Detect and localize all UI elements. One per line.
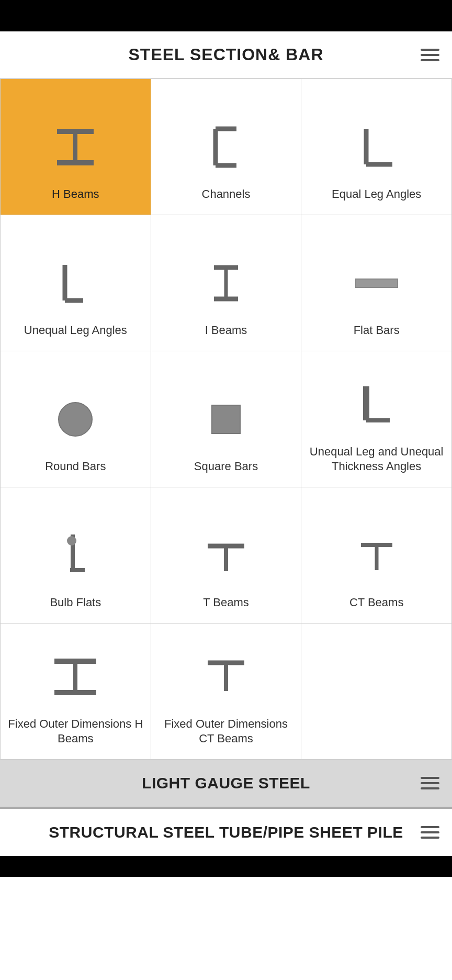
i-beams-label: I Beams xyxy=(205,323,247,338)
fixed-h-beam-icon xyxy=(6,645,145,708)
flat-bars-label: Flat Bars xyxy=(354,323,400,338)
structural-steel-title: STRUCTURAL STEEL TUBE/PIPE SHEET PILE xyxy=(49,823,403,841)
grid-item-square-bars[interactable]: Square Bars xyxy=(151,351,302,487)
round-bar-icon xyxy=(6,388,145,451)
channel-icon xyxy=(156,116,296,179)
light-gauge-steel-section[interactable]: LIGHT GAUGE STEEL xyxy=(0,760,452,808)
grid-item-unequal-thickness[interactable]: Unequal Leg and Unequal Thickness Angles xyxy=(301,351,452,487)
h-beam-icon xyxy=(6,116,145,179)
grid-item-i-beams[interactable]: I Beams xyxy=(151,215,302,351)
grid-item-flat-bars[interactable]: Flat Bars xyxy=(301,215,452,351)
light-gauge-menu-icon[interactable] xyxy=(421,777,439,789)
fixed-h-beams-label: Fixed Outer Dimensions H Beams xyxy=(6,717,145,747)
grid-item-empty xyxy=(301,623,452,760)
svg-rect-13 xyxy=(356,279,398,287)
square-bars-label: Square Bars xyxy=(194,459,258,474)
grid-item-fixed-h-beams[interactable]: Fixed Outer Dimensions H Beams xyxy=(1,623,151,760)
grid-item-t-beams[interactable]: T Beams xyxy=(151,487,302,623)
grid-item-ct-beams[interactable]: CT Beams xyxy=(301,487,452,623)
structural-steel-section[interactable]: STRUCTURAL STEEL TUBE/PIPE SHEET PILE xyxy=(0,808,452,856)
svg-point-14 xyxy=(59,403,92,436)
ct-beams-label: CT Beams xyxy=(349,595,404,610)
header-menu-button[interactable] xyxy=(421,49,439,61)
grid-item-bulb-flats[interactable]: Bulb Flats xyxy=(1,487,151,623)
t-beams-label: T Beams xyxy=(203,595,249,610)
equal-leg-angles-label: Equal Leg Angles xyxy=(332,187,421,202)
square-bar-icon xyxy=(156,388,296,451)
grid-item-round-bars[interactable]: Round Bars xyxy=(1,351,151,487)
grid-item-channels[interactable]: Channels xyxy=(151,79,302,215)
grid-item-equal-leg-angles[interactable]: Equal Leg Angles xyxy=(301,79,452,215)
light-gauge-steel-title: LIGHT GAUGE STEEL xyxy=(142,774,310,792)
categories-grid: H Beams Channels Equal Leg Angles xyxy=(0,79,452,760)
grid-item-fixed-ct-beams[interactable]: Fixed Outer Dimensions CT Beams xyxy=(151,623,302,760)
unequal-thickness-label: Unequal Leg and Unequal Thickness Angles xyxy=(307,444,446,474)
unequal-leg-angles-label: Unequal Leg Angles xyxy=(24,323,127,338)
t-beam-icon xyxy=(156,524,296,587)
bulb-flats-label: Bulb Flats xyxy=(50,595,101,610)
svg-point-20 xyxy=(67,536,76,545)
fixed-ct-beam-icon xyxy=(156,645,296,708)
bulb-flat-icon xyxy=(6,524,145,587)
grid-item-h-beams[interactable]: H Beams xyxy=(1,79,151,215)
channels-label: Channels xyxy=(202,187,251,202)
i-beam-icon xyxy=(156,252,296,315)
app-title: STEEL SECTION& BAR xyxy=(129,45,324,64)
flat-bar-icon xyxy=(307,252,446,315)
structural-menu-icon[interactable] xyxy=(421,826,439,839)
status-bar xyxy=(0,0,452,31)
app-header: STEEL SECTION& BAR xyxy=(0,31,452,79)
ct-beam-icon xyxy=(307,524,446,587)
unequal-leg-angle-icon xyxy=(6,252,145,315)
bottom-status-bar xyxy=(0,856,452,877)
unequal-thickness-icon xyxy=(307,373,446,436)
svg-rect-15 xyxy=(212,405,240,433)
fixed-ct-beams-label: Fixed Outer Dimensions CT Beams xyxy=(156,717,296,747)
round-bars-label: Round Bars xyxy=(45,459,106,474)
grid-item-unequal-leg-angles[interactable]: Unequal Leg Angles xyxy=(1,215,151,351)
equal-leg-angle-icon xyxy=(307,116,446,179)
h-beams-label: H Beams xyxy=(52,187,99,202)
